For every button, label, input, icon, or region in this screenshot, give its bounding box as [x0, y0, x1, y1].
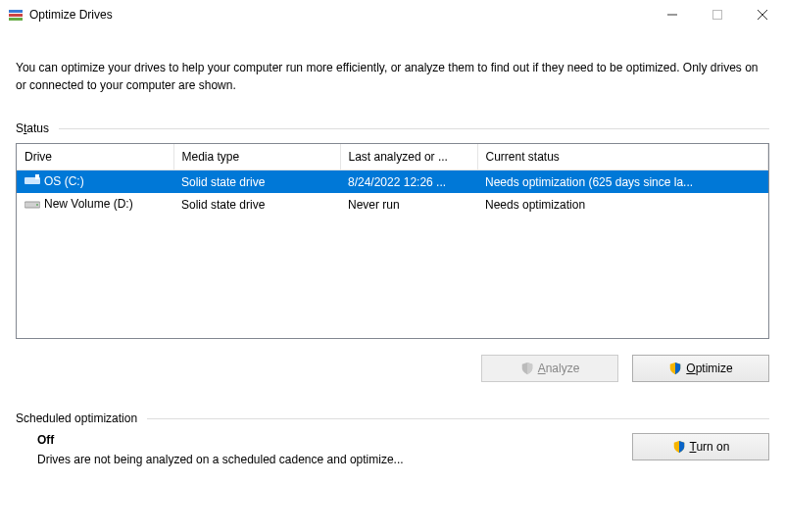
drives-table[interactable]: Drive Media type Last analyzed or ... Cu…	[16, 143, 769, 339]
last-analyzed: Never run	[340, 193, 477, 216]
app-icon	[8, 7, 24, 23]
shield-icon	[520, 362, 534, 375]
table-row[interactable]: OS (C:)Solid state drive8/24/2022 12:26 …	[17, 170, 768, 194]
scheduled-state: Off	[37, 433, 613, 447]
col-last[interactable]: Last analyzed or ...	[340, 144, 477, 170]
svg-rect-8	[35, 174, 39, 179]
titlebar: Optimize Drives	[0, 0, 785, 29]
window-title: Optimize Drives	[29, 8, 113, 22]
drive-os-icon	[25, 174, 40, 189]
scheduled-desc: Drives are not being analyzed on a sched…	[37, 453, 613, 466]
scheduled-label: Scheduled optimization	[16, 411, 769, 425]
shield-icon	[668, 362, 682, 375]
svg-rect-1	[9, 14, 23, 17]
close-button[interactable]	[740, 0, 785, 29]
drive-icon	[25, 198, 40, 213]
col-drive[interactable]: Drive	[17, 144, 173, 170]
turn-on-button[interactable]: Turn on	[632, 433, 769, 460]
current-status: Needs optimization (625 days since la...	[477, 170, 768, 194]
analyze-button: Analyze	[481, 355, 618, 382]
table-row[interactable]: New Volume (D:)Solid state driveNever ru…	[17, 193, 768, 216]
media-type: Solid state drive	[173, 170, 340, 194]
svg-point-10	[36, 204, 38, 206]
status-label: Status	[16, 121, 769, 135]
svg-rect-2	[9, 18, 23, 21]
last-analyzed: 8/24/2022 12:26 ...	[340, 170, 477, 194]
media-type: Solid state drive	[173, 193, 340, 216]
table-header-row[interactable]: Drive Media type Last analyzed or ... Cu…	[17, 144, 768, 170]
minimize-button[interactable]	[650, 0, 695, 29]
drive-name: OS (C:)	[44, 174, 84, 188]
optimize-button[interactable]: Optimize	[632, 355, 769, 382]
current-status: Needs optimization	[477, 193, 768, 216]
shield-icon	[672, 440, 686, 454]
description-text: You can optimize your drives to help you…	[16, 59, 769, 94]
svg-rect-4	[713, 11, 722, 20]
maximize-button	[695, 0, 740, 29]
svg-rect-0	[9, 10, 23, 13]
col-media[interactable]: Media type	[173, 144, 340, 170]
col-status[interactable]: Current status	[477, 144, 768, 170]
drive-name: New Volume (D:)	[44, 197, 133, 211]
